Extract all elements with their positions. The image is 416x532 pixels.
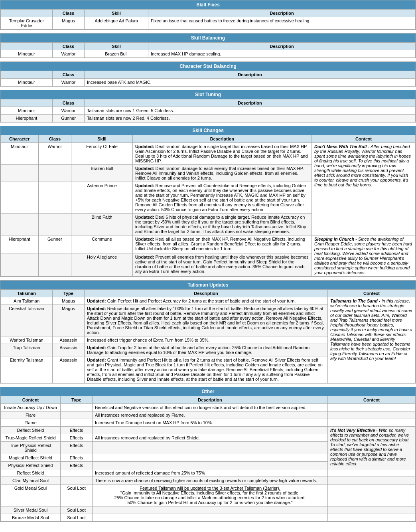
context-cell-empty bbox=[328, 485, 416, 506]
cell-description: Updated: Deal 6 hits of physical damage … bbox=[132, 214, 312, 235]
cell-class: Warrior bbox=[53, 79, 85, 86]
cell-character: Minotaur bbox=[1, 50, 53, 58]
cell-skill: Adolebitque Ad Palum bbox=[85, 17, 148, 30]
char-stat-section: Character Stat Balancing Class Descripti… bbox=[0, 61, 416, 87]
col-talisman: Talisman bbox=[1, 290, 53, 297]
table-row: Minotaur Warrior Increased base ATK and … bbox=[1, 79, 416, 86]
skill-balancing-header: Skill Balancing bbox=[0, 34, 416, 42]
table-row: Reflect ShieldIncreased amount of reflec… bbox=[1, 469, 416, 477]
skill-balancing-section: Skill Balancing Class Skill Description … bbox=[0, 33, 416, 58]
cell-type: Effects bbox=[61, 442, 93, 454]
cell-class: Warrior bbox=[38, 143, 71, 165]
table-row: HierophantGunnerCommuneUpdated: Heal all… bbox=[1, 235, 416, 253]
cell-skill: Brazen Bull bbox=[85, 50, 148, 58]
cell-type bbox=[61, 419, 93, 427]
cell-content: Physical Reflect Shield bbox=[1, 462, 61, 469]
cell-class: Warrior bbox=[53, 107, 85, 115]
cell-character bbox=[1, 214, 39, 235]
table-row: Deflect ShieldEffectsIt's Not Very Effec… bbox=[1, 427, 416, 434]
talisman-updates-table: Talisman Type Description Context Aim Ta… bbox=[0, 289, 416, 383]
table-row: FlameIncreased True Damage based on MAX … bbox=[1, 419, 416, 427]
cell-description: There is now a rare chance of receiving … bbox=[93, 477, 328, 485]
slot-tuning-section: Slot Tuning Class Description Minotaur W… bbox=[0, 90, 416, 123]
cell-content: Magical Reflect Shield bbox=[1, 454, 61, 462]
cell-description: Updated: Grant Immunity and Perfect Hit … bbox=[85, 356, 328, 383]
context-cell-empty bbox=[328, 477, 416, 485]
col-class: Class bbox=[53, 43, 85, 50]
cell-character: Minotaur bbox=[1, 107, 53, 115]
cell-character: Minotaur bbox=[1, 79, 53, 86]
cell-talisman: Celestial Talisman bbox=[1, 305, 53, 336]
col-class: Class bbox=[53, 71, 85, 79]
cell-character bbox=[1, 165, 39, 182]
cell-type: Soul Loot bbox=[61, 514, 93, 522]
col-context: Context bbox=[328, 290, 416, 297]
col-context: Context bbox=[312, 135, 415, 143]
cell-type: Effects bbox=[61, 427, 93, 434]
cell-type: Soul Loot bbox=[61, 485, 93, 506]
col-description: Description bbox=[85, 71, 416, 79]
cell-character bbox=[1, 182, 39, 214]
cell-class bbox=[38, 214, 71, 235]
cell-type: Effects bbox=[61, 434, 93, 442]
cell-description: Updated: Prevent all enemies from healin… bbox=[132, 253, 312, 277]
col-description: Description bbox=[132, 135, 312, 143]
cell-class: Gunner bbox=[53, 115, 85, 122]
cell-class bbox=[38, 165, 71, 182]
col-character bbox=[1, 71, 53, 79]
cell-description bbox=[93, 462, 328, 469]
cell-content: Silver Medal Soul bbox=[1, 506, 61, 514]
col-character bbox=[1, 10, 53, 17]
cell-content: Bronze Medal Soul bbox=[1, 514, 61, 522]
table-row: Gold Medal SoulSoul LootFeatured Talisma… bbox=[1, 485, 416, 506]
cell-content: Clan Mythical Soul bbox=[1, 477, 61, 485]
col-character: Character bbox=[1, 135, 39, 143]
cell-type: Magus bbox=[53, 297, 85, 305]
cell-description: Updated: Gain Trap for 2 turns at the st… bbox=[85, 344, 328, 356]
table-row: MinotaurWarriorFerocity Of FateUpdated: … bbox=[1, 143, 416, 165]
cell-talisman: Trap Talisman bbox=[1, 344, 53, 356]
cell-character: Minotaur bbox=[1, 143, 39, 165]
cell-skill: Commune bbox=[71, 235, 133, 253]
col-description: Description bbox=[93, 396, 328, 404]
cell-description: Increased base ATK and MAGIC. bbox=[85, 79, 416, 86]
skill-changes-header: Skill Changes bbox=[0, 126, 416, 135]
col-class: Class bbox=[53, 99, 85, 107]
cell-type: Assassin bbox=[53, 336, 85, 344]
col-character bbox=[1, 43, 53, 50]
col-class: Class bbox=[53, 10, 85, 17]
cell-description: Updated: Deal random damage to each enem… bbox=[132, 165, 312, 182]
table-row: Clan Mythical SoulThere is now a rare ch… bbox=[1, 477, 416, 485]
col-description: Description bbox=[85, 290, 328, 297]
cell-character: Hierophant bbox=[1, 115, 53, 122]
cell-class: Warrior bbox=[53, 50, 85, 58]
cell-description bbox=[93, 514, 328, 522]
context-cell-empty bbox=[328, 506, 416, 514]
cell-content: Flare bbox=[1, 411, 61, 419]
talisman-updates-header: Talisman Updates bbox=[0, 281, 416, 289]
context-cell-itnve: It's Not Very Effective - With so many e… bbox=[328, 427, 416, 469]
table-row: Templar Crusader Eddie Magus Adolebitque… bbox=[1, 17, 416, 30]
cell-description: Increased True Damage based on MAX HP fr… bbox=[93, 419, 328, 427]
cell-type bbox=[61, 404, 93, 411]
cell-skill: Brazen Bull bbox=[71, 165, 133, 182]
cell-class bbox=[38, 253, 71, 277]
context-cell-empty bbox=[328, 469, 416, 477]
col-content: Content bbox=[1, 396, 61, 404]
slot-tuning-table: Class Description Minotaur Warrior Talis… bbox=[0, 99, 416, 122]
table-row: Silver Medal SoulSoul Loot bbox=[1, 506, 416, 514]
cell-description: Updated: Heal all allies based on their … bbox=[132, 235, 312, 253]
cell-description: Talisman slots are now 2 Red, 4 Colorles… bbox=[85, 115, 416, 122]
slot-tuning-header: Slot Tuning bbox=[0, 90, 416, 99]
cell-content: Gold Medal Soul bbox=[1, 485, 61, 506]
cell-description: Talisman slots are now 1 Green, 5 Colorl… bbox=[85, 107, 416, 115]
cell-talisman: Eternity Talisman bbox=[1, 356, 53, 383]
cell-description: All instances removed and replaced by Re… bbox=[93, 434, 328, 442]
cell-skill: Holy Allegiance bbox=[71, 253, 133, 277]
col-context: Context bbox=[328, 396, 416, 404]
char-stat-table: Class Description Minotaur Warrior Incre… bbox=[0, 71, 416, 86]
cell-class: Magus bbox=[53, 17, 85, 30]
cell-type: Magus bbox=[53, 305, 85, 336]
cell-type: Assassin bbox=[53, 344, 85, 356]
other-table: Content Type Description Context Innate … bbox=[0, 396, 416, 522]
